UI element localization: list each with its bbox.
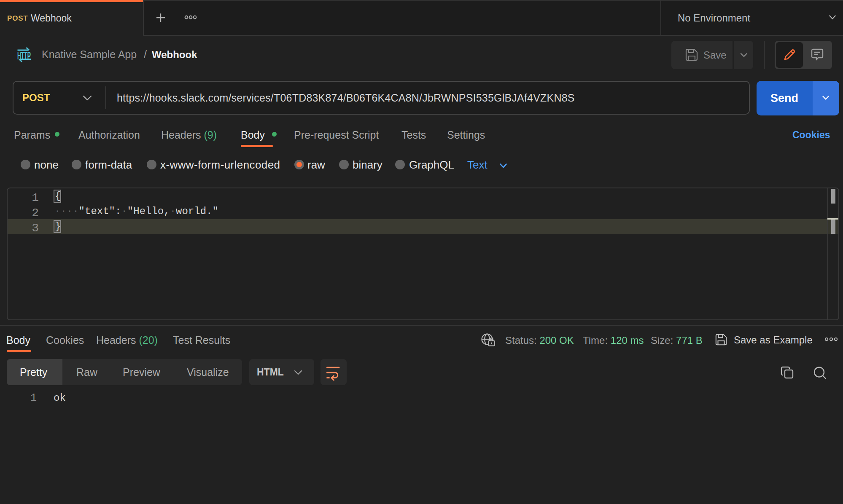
svg-text:HTTP: HTTP xyxy=(17,49,31,62)
